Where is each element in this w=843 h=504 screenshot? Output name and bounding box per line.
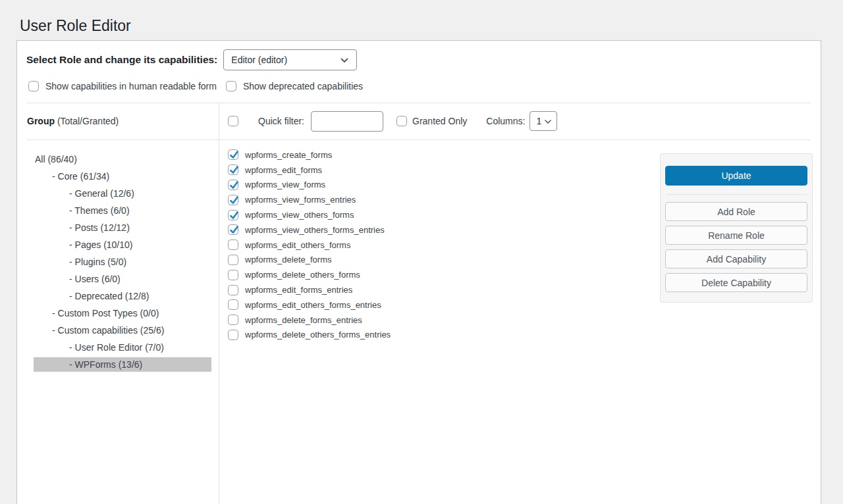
- capability-checkbox[interactable]: [228, 224, 238, 235]
- capabilities-list: wpforms_create_formswpforms_edit_formswp…: [228, 139, 636, 342]
- actions-panel: Update Add RoleRename RoleAdd Capability…: [660, 153, 813, 303]
- group-item[interactable]: - Custom Post Types (0/0): [34, 306, 211, 320]
- filter-bar: Quick filter: Granted Only Columns: 1: [228, 103, 811, 139]
- add-capability-button[interactable]: Add Capability: [665, 249, 807, 268]
- chevron-down-icon: [545, 116, 551, 126]
- capability-checkbox[interactable]: [228, 180, 238, 190]
- group-item[interactable]: - Posts (12/12): [34, 220, 211, 235]
- capability-row: wpforms_delete_forms_entries: [228, 313, 636, 328]
- capability-row: wpforms_edit_forms_entries: [228, 282, 636, 297]
- capability-label: wpforms_delete_others_forms_entries: [245, 330, 391, 340]
- capability-checkbox[interactable]: [228, 270, 238, 280]
- capability-row: wpforms_view_others_forms: [228, 207, 636, 222]
- group-item[interactable]: - WPForms (13/6): [34, 357, 211, 372]
- capability-row: wpforms_view_forms_entries: [228, 192, 636, 207]
- capability-label: wpforms_view_forms_entries: [245, 195, 356, 205]
- capability-checkbox[interactable]: [228, 315, 238, 325]
- capability-checkbox[interactable]: [228, 255, 238, 265]
- group-header-bold: Group: [27, 116, 55, 126]
- capability-checkbox[interactable]: [228, 149, 238, 160]
- capability-checkbox[interactable]: [228, 210, 238, 220]
- actions-divider: [666, 194, 807, 195]
- capability-label: wpforms_edit_others_forms: [245, 240, 350, 250]
- human-readable-label: Show capabilities in human readable form: [45, 81, 217, 91]
- capability-label: wpforms_delete_others_forms: [245, 270, 360, 280]
- columns-select-value: 1: [536, 116, 541, 126]
- quick-filter-label: Quick filter:: [258, 116, 304, 126]
- group-item[interactable]: - Users (6/0): [34, 272, 211, 286]
- capability-checkbox[interactable]: [228, 299, 238, 310]
- deprecated-label: Show deprecated capabilities: [243, 81, 363, 91]
- update-button[interactable]: Update: [665, 166, 807, 186]
- capability-checkbox[interactable]: [228, 239, 238, 250]
- columns-label: Columns:: [486, 116, 525, 126]
- role-select[interactable]: Editor (editor): [223, 49, 357, 70]
- group-item[interactable]: - User Role Editor (7/0): [34, 340, 211, 355]
- group-item[interactable]: - Custom capabilities (25/6): [34, 323, 211, 338]
- group-item[interactable]: - Deprecated (12/8): [34, 289, 211, 303]
- user-role-editor-panel: Select Role and change its capabilities:…: [16, 40, 821, 504]
- delete-capability-button[interactable]: Delete Capability: [665, 273, 807, 292]
- capability-label: wpforms_delete_forms: [245, 255, 332, 265]
- group-item[interactable]: - Plugins (5/0): [34, 255, 211, 269]
- deprecated-checkbox[interactable]: [226, 81, 236, 91]
- capability-row: wpforms_delete_others_forms_entries: [228, 328, 636, 343]
- group-item[interactable]: - General (12/6): [34, 186, 211, 201]
- select-all-checkbox[interactable]: [228, 116, 238, 126]
- capability-row: wpforms_view_others_forms_entries: [228, 222, 636, 238]
- capability-row: wpforms_view_forms: [228, 178, 636, 193]
- capability-row: wpforms_edit_others_forms_entries: [228, 297, 636, 313]
- capability-label: wpforms_view_others_forms: [245, 210, 354, 220]
- granted-only-checkbox[interactable]: [396, 116, 407, 126]
- role-select-value: Editor (editor): [231, 55, 287, 65]
- toggle-human-readable[interactable]: Show capabilities in human readable form: [28, 81, 217, 91]
- role-selector-row: Select Role and change its capabilities:…: [26, 49, 357, 70]
- columns-select[interactable]: 1: [530, 111, 557, 131]
- capability-label: wpforms_edit_forms: [245, 165, 322, 175]
- capability-label: wpforms_edit_forms_entries: [245, 285, 352, 295]
- group-item[interactable]: - Pages (10/10): [34, 238, 211, 252]
- capability-label: wpforms_view_others_forms_entries: [245, 225, 385, 235]
- group-tree: All (86/40)- Core (61/34)- General (12/6…: [17, 139, 219, 374]
- toggle-deprecated[interactable]: Show deprecated capabilities: [226, 81, 363, 91]
- capability-row: wpforms_delete_others_forms: [228, 267, 636, 282]
- granted-only-label: Granted Only: [412, 116, 467, 126]
- capability-label: wpforms_delete_forms_entries: [245, 315, 362, 325]
- capability-label: wpforms_edit_others_forms_entries: [245, 300, 381, 310]
- capability-checkbox[interactable]: [228, 330, 238, 340]
- capability-row: wpforms_edit_others_forms: [228, 238, 636, 253]
- capability-row: wpforms_delete_forms: [228, 253, 636, 268]
- group-item[interactable]: - Core (61/34): [34, 169, 211, 184]
- secondary-actions: Add RoleRename RoleAdd CapabilityDelete …: [665, 202, 807, 292]
- select-role-label: Select Role and change its capabilities:: [26, 54, 217, 66]
- page-title: User Role Editor: [20, 17, 131, 35]
- column-divider: [219, 103, 219, 504]
- display-toggles-row: Show capabilities in human readable form…: [28, 81, 363, 91]
- capability-checkbox[interactable]: [228, 164, 238, 175]
- capability-checkbox[interactable]: [228, 195, 238, 205]
- quick-filter-input[interactable]: [311, 111, 383, 132]
- capability-label: wpforms_view_forms: [245, 180, 325, 189]
- chevron-down-icon: [340, 55, 348, 65]
- group-header-suffix: (Total/Granted): [55, 116, 119, 126]
- capability-checkbox[interactable]: [228, 285, 238, 295]
- group-item[interactable]: All (86/40): [34, 152, 211, 166]
- capability-row: wpforms_create_forms: [228, 147, 636, 163]
- capability-label: wpforms_create_forms: [245, 150, 332, 160]
- group-column-header: Group (Total/Granted): [27, 103, 211, 139]
- add-role-button[interactable]: Add Role: [665, 202, 807, 221]
- human-readable-checkbox[interactable]: [28, 81, 39, 91]
- rename-role-button[interactable]: Rename Role: [665, 226, 807, 245]
- capability-row: wpforms_edit_forms: [228, 163, 636, 178]
- group-item[interactable]: - Themes (6/0): [34, 203, 211, 218]
